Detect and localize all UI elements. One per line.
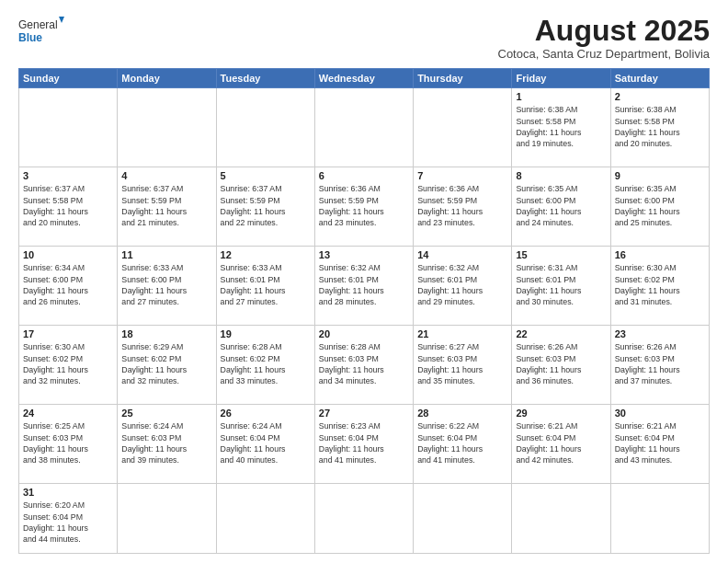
day-info: Sunrise: 6:32 AMSunset: 6:01 PMDaylight:… — [319, 262, 409, 307]
calendar-day-27: 27Sunrise: 6:23 AMSunset: 6:04 PMDayligh… — [314, 405, 413, 484]
calendar-day-28: 28Sunrise: 6:22 AMSunset: 6:04 PMDayligh… — [414, 405, 512, 484]
calendar-week-row: 24Sunrise: 6:25 AMSunset: 6:03 PMDayligh… — [19, 405, 710, 484]
calendar-day-7: 7Sunrise: 6:36 AMSunset: 5:59 PMDaylight… — [414, 167, 512, 247]
calendar-day-19: 19Sunrise: 6:28 AMSunset: 6:02 PMDayligh… — [216, 326, 314, 405]
calendar-day-6: 6Sunrise: 6:36 AMSunset: 5:59 PMDaylight… — [314, 167, 413, 247]
calendar-empty-cell — [216, 88, 314, 167]
weekday-header-tuesday: Tuesday — [216, 69, 314, 88]
day-number: 20 — [319, 328, 409, 339]
day-number: 14 — [417, 249, 507, 260]
day-info: Sunrise: 6:34 AMSunset: 6:00 PMDaylight:… — [23, 262, 113, 307]
svg-text:General: General — [18, 18, 58, 31]
day-info: Sunrise: 6:33 AMSunset: 6:00 PMDaylight:… — [121, 262, 211, 307]
calendar-empty-cell — [414, 88, 512, 167]
day-info: Sunrise: 6:38 AMSunset: 5:58 PMDaylight:… — [516, 104, 606, 149]
logo: General Blue — [18, 15, 64, 50]
calendar-day-17: 17Sunrise: 6:30 AMSunset: 6:02 PMDayligh… — [19, 326, 118, 405]
calendar-day-11: 11Sunrise: 6:33 AMSunset: 6:00 PMDayligh… — [118, 247, 216, 326]
day-info: Sunrise: 6:32 AMSunset: 6:01 PMDaylight:… — [417, 262, 507, 307]
calendar-day-14: 14Sunrise: 6:32 AMSunset: 6:01 PMDayligh… — [414, 247, 512, 326]
calendar-day-22: 22Sunrise: 6:26 AMSunset: 6:03 PMDayligh… — [512, 326, 610, 405]
calendar-week-row: 31Sunrise: 6:20 AMSunset: 6:04 PMDayligh… — [19, 484, 710, 554]
header: General Blue August 2025 Cotoca, Santa C… — [18, 15, 710, 61]
day-number: 30 — [615, 408, 705, 419]
calendar-day-5: 5Sunrise: 6:37 AMSunset: 5:59 PMDaylight… — [216, 167, 314, 247]
calendar-empty-cell — [314, 484, 413, 554]
day-info: Sunrise: 6:26 AMSunset: 6:03 PMDaylight:… — [516, 341, 606, 386]
calendar-empty-cell — [19, 88, 118, 167]
day-info: Sunrise: 6:29 AMSunset: 6:02 PMDaylight:… — [121, 341, 211, 386]
calendar-empty-cell — [610, 484, 709, 554]
weekday-header-monday: Monday — [118, 69, 216, 88]
svg-marker-2 — [59, 17, 64, 23]
calendar-day-1: 1Sunrise: 6:38 AMSunset: 5:58 PMDaylight… — [512, 88, 610, 167]
calendar-day-30: 30Sunrise: 6:21 AMSunset: 6:04 PMDayligh… — [610, 405, 709, 484]
day-number: 31 — [23, 487, 113, 498]
calendar-day-13: 13Sunrise: 6:32 AMSunset: 6:01 PMDayligh… — [314, 247, 413, 326]
day-number: 11 — [121, 249, 211, 260]
calendar-day-12: 12Sunrise: 6:33 AMSunset: 6:01 PMDayligh… — [216, 247, 314, 326]
calendar-day-25: 25Sunrise: 6:24 AMSunset: 6:03 PMDayligh… — [118, 405, 216, 484]
svg-text:Blue: Blue — [18, 31, 42, 44]
day-number: 2 — [615, 91, 705, 102]
day-info: Sunrise: 6:21 AMSunset: 6:04 PMDaylight:… — [516, 420, 606, 465]
generalblue-logo-icon: General Blue — [18, 15, 64, 50]
calendar-day-24: 24Sunrise: 6:25 AMSunset: 6:03 PMDayligh… — [19, 405, 118, 484]
calendar-day-29: 29Sunrise: 6:21 AMSunset: 6:04 PMDayligh… — [512, 405, 610, 484]
day-number: 24 — [23, 408, 113, 419]
day-number: 17 — [23, 328, 113, 339]
day-number: 13 — [319, 249, 409, 260]
day-number: 1 — [516, 91, 606, 102]
day-number: 5 — [221, 170, 311, 181]
day-number: 7 — [417, 170, 507, 181]
calendar-day-8: 8Sunrise: 6:35 AMSunset: 6:00 PMDaylight… — [512, 167, 610, 247]
calendar-week-row: 10Sunrise: 6:34 AMSunset: 6:00 PMDayligh… — [19, 247, 710, 326]
day-info: Sunrise: 6:26 AMSunset: 6:03 PMDaylight:… — [615, 341, 705, 386]
calendar-day-3: 3Sunrise: 6:37 AMSunset: 5:58 PMDaylight… — [19, 167, 118, 247]
calendar-day-9: 9Sunrise: 6:35 AMSunset: 6:00 PMDaylight… — [610, 167, 709, 247]
calendar-day-15: 15Sunrise: 6:31 AMSunset: 6:01 PMDayligh… — [512, 247, 610, 326]
title-block: August 2025 Cotoca, Santa Cruz Departmen… — [498, 15, 711, 61]
day-number: 22 — [516, 328, 606, 339]
calendar-day-31: 31Sunrise: 6:20 AMSunset: 6:04 PMDayligh… — [19, 484, 118, 554]
day-info: Sunrise: 6:35 AMSunset: 6:00 PMDaylight:… — [615, 183, 705, 228]
day-number: 8 — [516, 170, 606, 181]
day-info: Sunrise: 6:36 AMSunset: 5:59 PMDaylight:… — [319, 183, 409, 228]
day-info: Sunrise: 6:24 AMSunset: 6:03 PMDaylight:… — [121, 420, 211, 465]
weekday-header-thursday: Thursday — [414, 69, 512, 88]
calendar-day-4: 4Sunrise: 6:37 AMSunset: 5:59 PMDaylight… — [118, 167, 216, 247]
month-year: August 2025 — [498, 15, 711, 47]
calendar-day-20: 20Sunrise: 6:28 AMSunset: 6:03 PMDayligh… — [314, 326, 413, 405]
day-info: Sunrise: 6:31 AMSunset: 6:01 PMDaylight:… — [516, 262, 606, 307]
day-info: Sunrise: 6:23 AMSunset: 6:04 PMDaylight:… — [319, 420, 409, 465]
calendar-day-18: 18Sunrise: 6:29 AMSunset: 6:02 PMDayligh… — [118, 326, 216, 405]
day-info: Sunrise: 6:33 AMSunset: 6:01 PMDaylight:… — [221, 262, 311, 307]
day-info: Sunrise: 6:35 AMSunset: 6:00 PMDaylight:… — [516, 183, 606, 228]
day-info: Sunrise: 6:24 AMSunset: 6:04 PMDaylight:… — [221, 420, 311, 465]
day-info: Sunrise: 6:22 AMSunset: 6:04 PMDaylight:… — [417, 420, 507, 465]
calendar-day-2: 2Sunrise: 6:38 AMSunset: 5:58 PMDaylight… — [610, 88, 709, 167]
calendar-header-row: SundayMondayTuesdayWednesdayThursdayFrid… — [19, 69, 710, 88]
calendar-day-16: 16Sunrise: 6:30 AMSunset: 6:02 PMDayligh… — [610, 247, 709, 326]
page: General Blue August 2025 Cotoca, Santa C… — [0, 0, 728, 563]
calendar-week-row: 3Sunrise: 6:37 AMSunset: 5:58 PMDaylight… — [19, 167, 710, 247]
calendar-empty-cell — [414, 484, 512, 554]
day-number: 23 — [615, 328, 705, 339]
day-info: Sunrise: 6:30 AMSunset: 6:02 PMDaylight:… — [615, 262, 705, 307]
day-info: Sunrise: 6:21 AMSunset: 6:04 PMDaylight:… — [615, 420, 705, 465]
calendar-day-26: 26Sunrise: 6:24 AMSunset: 6:04 PMDayligh… — [216, 405, 314, 484]
calendar-empty-cell — [118, 88, 216, 167]
calendar-empty-cell — [118, 484, 216, 554]
day-number: 6 — [319, 170, 409, 181]
weekday-header-wednesday: Wednesday — [314, 69, 413, 88]
day-number: 18 — [121, 328, 211, 339]
day-number: 10 — [23, 249, 113, 260]
calendar-empty-cell — [314, 88, 413, 167]
day-info: Sunrise: 6:27 AMSunset: 6:03 PMDaylight:… — [417, 341, 507, 386]
day-number: 27 — [319, 408, 409, 419]
calendar-day-23: 23Sunrise: 6:26 AMSunset: 6:03 PMDayligh… — [610, 326, 709, 405]
weekday-header-friday: Friday — [512, 69, 610, 88]
location: Cotoca, Santa Cruz Department, Bolivia — [498, 47, 711, 61]
day-number: 19 — [221, 328, 311, 339]
calendar-week-row: 1Sunrise: 6:38 AMSunset: 5:58 PMDaylight… — [19, 88, 710, 167]
